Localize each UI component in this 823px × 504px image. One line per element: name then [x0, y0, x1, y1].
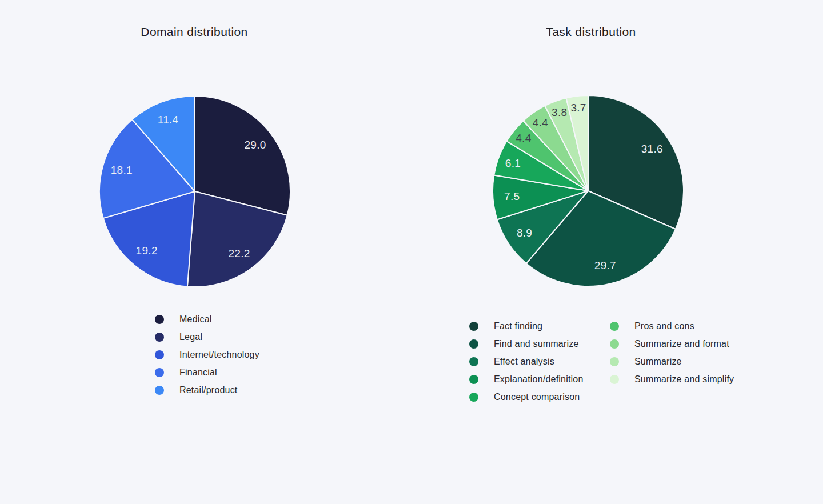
legend-color-dot-summarize-and-simplify [610, 375, 619, 384]
chart-title-domain-distribution: Domain distribution [80, 25, 309, 39]
pie-value-label-retail-product: 11.4 [158, 114, 179, 126]
legend-item-summarize-and-format: Summarize and format [610, 335, 750, 353]
legend-color-dot-legal [155, 333, 164, 342]
legend-item-legal: Legal [155, 328, 259, 346]
pie-value-label-summarize-and-format: 4.4 [533, 117, 548, 129]
legend-label-fact-finding: Fact finding [494, 321, 542, 331]
legend-item-pros-and-cons: Pros and cons [610, 317, 750, 335]
figure-canvas: Domain distribution Task distribution 29… [0, 0, 823, 504]
pie-value-label-summarize-and-simplify: 3.7 [570, 102, 586, 114]
legend-item-find-and-summarize: Find and summarize [469, 335, 610, 353]
domain-distribution-pie-chart: 29.022.219.218.111.4 [92, 89, 298, 294]
legend-label-summarize-and-simplify: Summarize and simplify [634, 374, 734, 385]
legend-label-explanation-definition: Explanation/definition [494, 374, 584, 385]
legend-column: Pros and consSummarize and formatSummari… [610, 317, 750, 388]
legend-item-financial: Financial [155, 363, 259, 381]
legend-label-retail-product: Retail/product [179, 385, 238, 395]
legend-item-retail-product: Retail/product [155, 381, 259, 399]
legend-label-summarize: Summarize [634, 357, 682, 367]
legend-label-legal: Legal [179, 332, 202, 342]
legend-color-dot-internet-technology [155, 350, 164, 359]
domain-distribution-legend: MedicalLegalInternet/technologyFinancial… [155, 310, 259, 399]
legend-color-dot-find-and-summarize [469, 339, 478, 349]
legend-label-internet-technology: Internet/technology [179, 350, 259, 360]
legend-color-dot-pros-and-cons [610, 322, 619, 331]
pie-value-label-explanation-definition: 7.5 [504, 190, 520, 202]
legend-color-dot-summarize-and-format [610, 339, 619, 349]
legend-label-pros-and-cons: Pros and cons [634, 321, 694, 331]
legend-color-dot-medical [155, 315, 164, 324]
legend-item-summarize-and-simplify: Summarize and simplify [610, 370, 750, 388]
legend-label-medical: Medical [179, 314, 212, 325]
task-distribution-legend: Fact findingFind and summarizeEffect ana… [469, 317, 750, 406]
legend-color-dot-summarize [610, 357, 619, 366]
legend-label-summarize-and-format: Summarize and format [634, 339, 729, 349]
chart-title-task-distribution: Task distribution [477, 25, 705, 39]
legend-item-medical: Medical [155, 310, 259, 328]
pie-value-label-concept-comparison: 6.1 [505, 157, 521, 169]
legend-item-concept-comparison: Concept comparison [469, 388, 610, 406]
legend-item-internet-technology: Internet/technology [155, 346, 259, 363]
legend-color-dot-fact-finding [469, 322, 478, 331]
pie-value-label-financial: 18.1 [111, 164, 133, 176]
legend-color-dot-retail-product [155, 386, 164, 395]
legend-label-concept-comparison: Concept comparison [494, 392, 580, 402]
pie-value-label-pros-and-cons: 4.4 [516, 132, 531, 144]
task-distribution-pie-chart: 31.629.78.97.56.14.44.43.83.7 [485, 88, 691, 294]
legend-color-dot-financial [155, 368, 164, 377]
legend-color-dot-explanation-definition [469, 375, 478, 384]
pie-value-label-internet-technology: 19.2 [136, 245, 158, 257]
legend-label-effect-analysis: Effect analysis [494, 357, 554, 367]
legend-color-dot-concept-comparison [469, 393, 478, 402]
legend-label-financial: Financial [179, 367, 217, 378]
legend-color-dot-effect-analysis [469, 357, 478, 366]
legend-column: Fact findingFind and summarizeEffect ana… [469, 317, 610, 406]
legend-item-explanation-definition: Explanation/definition [469, 370, 610, 388]
pie-value-label-find-and-summarize: 29.7 [594, 259, 616, 271]
legend-item-summarize: Summarize [610, 353, 750, 370]
legend-column: MedicalLegalInternet/technologyFinancial… [155, 310, 259, 399]
pie-value-label-summarize: 3.8 [552, 106, 567, 118]
pie-value-label-legal: 22.2 [229, 247, 250, 259]
pie-value-label-effect-analysis: 8.9 [517, 227, 532, 239]
pie-value-label-fact-finding: 31.6 [641, 143, 663, 155]
legend-label-find-and-summarize: Find and summarize [494, 339, 579, 349]
pie-value-label-medical: 29.0 [245, 139, 266, 151]
legend-item-fact-finding: Fact finding [469, 317, 610, 335]
legend-item-effect-analysis: Effect analysis [469, 353, 610, 370]
